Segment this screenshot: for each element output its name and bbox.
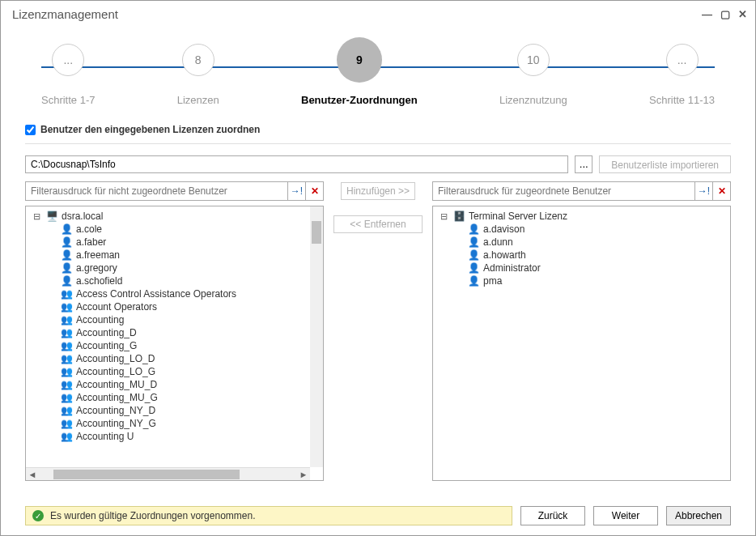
step-circle: 10 [517, 44, 550, 76]
tree-root[interactable]: ⊟🗄️Terminal Server Lizenz [435, 210, 728, 223]
wizard-step-1-7[interactable]: ... Schritte 1-7 [41, 44, 95, 106]
maximize-icon[interactable]: ▢ [720, 8, 730, 20]
user-icon: 👤 [60, 275, 73, 287]
filter-clear-icon[interactable]: ✕ [305, 182, 323, 200]
step-circle: ... [52, 44, 84, 76]
tree-item[interactable]: 👤a.davison [435, 223, 728, 236]
collapse-icon[interactable]: ⊟ [31, 211, 42, 222]
user-icon: 👤 [60, 249, 73, 261]
assign-users-checkbox-row: Benutzer den eingegebenen Lizenzen zuord… [25, 116, 731, 144]
back-button[interactable]: Zurück [520, 506, 585, 525]
step-circle: 9 [337, 37, 382, 83]
group-icon: 👥 [60, 353, 73, 364]
tree-item[interactable]: 👤a.gregory [28, 262, 321, 274]
group-icon: 👥 [60, 379, 73, 390]
wizard-step-license-usage[interactable]: 10 Lizenznutzung [499, 44, 567, 106]
tree-item-label: Accounting_NY_D [76, 405, 155, 416]
tree-item[interactable]: 👥Access Control Assistance Operators [28, 287, 321, 300]
filter-apply-icon[interactable]: →! [694, 182, 712, 200]
tree-item[interactable]: 👤a.faber [28, 236, 321, 249]
filter-assigned-input[interactable] [433, 184, 694, 198]
assign-users-checkbox[interactable] [25, 125, 36, 135]
group-icon: 👥 [60, 405, 73, 416]
tree-item[interactable]: 👤a.freeman [28, 249, 321, 262]
titlebar: Lizenzmanagement — ▢ ✕ [1, 1, 755, 28]
tree-item[interactable]: 👥Accounting U [28, 430, 321, 443]
step-label: Lizenzen [177, 94, 219, 106]
wizard-step-licenses[interactable]: 8 Lizenzen [177, 44, 219, 106]
assign-users-label: Benutzer den eingegebenen Lizenzen zuord… [40, 124, 260, 135]
tree-item-label: Accounting_LO_G [76, 366, 155, 377]
tree-root[interactable]: ⊟🖥️dsra.local [28, 210, 321, 223]
unassigned-panel: →! ✕ ⊟🖥️dsra.local👤a.cole👤a.faber👤a.free… [25, 181, 324, 481]
tree-item-label: pma [483, 275, 502, 287]
next-button[interactable]: Weiter [593, 506, 658, 525]
tree-item[interactable]: 👥Accounting_LO_D [28, 352, 321, 365]
user-icon: 👤 [60, 223, 73, 235]
tree-item[interactable]: 👥Account Operators [28, 300, 321, 313]
filter-apply-icon[interactable]: →! [287, 182, 305, 200]
tree-item[interactable]: 👤Administrator [435, 262, 728, 274]
add-button[interactable]: Hinzufügen >> [341, 182, 415, 200]
tree-item-label: Accounting [76, 314, 124, 325]
assigned-tree[interactable]: ⊟🗄️Terminal Server Lizenz👤a.davison👤a.du… [432, 206, 731, 481]
group-icon: 👥 [60, 301, 73, 313]
path-input[interactable] [25, 155, 568, 173]
tree-item-label: Accounting_MU_D [76, 379, 157, 390]
tree-item[interactable]: 👥Accounting_MU_D [28, 378, 321, 391]
collapse-icon[interactable]: ⊟ [438, 211, 449, 222]
tree-item-label: a.howarth [483, 249, 526, 261]
scrollbar-h[interactable]: ◄► [26, 467, 310, 480]
status-message: ✓ Es wurden gültige Zuordnungen vorgenom… [25, 506, 512, 525]
tree-item-label: a.schofield [76, 275, 122, 287]
close-icon[interactable]: ✕ [738, 8, 747, 20]
tree-item[interactable]: 👤a.howarth [435, 249, 728, 262]
tree-item[interactable]: 👤a.dunn [435, 236, 728, 249]
filter-clear-icon[interactable]: ✕ [712, 182, 730, 200]
wizard-step-user-assignments[interactable]: 9 Benutzer-Zuordnungen [301, 44, 418, 106]
tree-item-label: Administrator [483, 262, 541, 274]
unassigned-tree[interactable]: ⊟🖥️dsra.local👤a.cole👤a.faber👤a.freeman👤a… [25, 206, 324, 481]
tree-item-label: Accounting_LO_D [76, 353, 155, 364]
tree-item-label: a.davison [483, 223, 525, 235]
tree-item-label: a.cole [76, 223, 102, 235]
filter-unassigned-input[interactable] [26, 184, 287, 198]
tree-item[interactable]: 👥Accounting [28, 313, 321, 326]
assigned-panel: →! ✕ ⊟🗄️Terminal Server Lizenz👤a.davison… [432, 181, 731, 481]
user-icon: 👤 [467, 249, 480, 261]
cancel-button[interactable]: Abbrechen [666, 506, 731, 525]
tree-item-label: Accounting U [76, 431, 134, 442]
domain-icon: 🖥️ [45, 211, 58, 222]
tree-item-label: a.gregory [76, 262, 117, 274]
import-userlist-button[interactable]: Benutzerliste importieren [599, 155, 731, 173]
tree-item[interactable]: 👤a.cole [28, 223, 321, 236]
group-icon: 👥 [60, 340, 73, 351]
tree-item[interactable]: 👤a.schofield [28, 274, 321, 287]
tree-item-label: a.freeman [76, 249, 120, 261]
server-icon: 🗄️ [452, 211, 465, 222]
status-text: Es wurden gültige Zuordnungen vorgenomme… [50, 510, 256, 521]
wizard-step-11-13[interactable]: ... Schritte 11-13 [649, 44, 715, 106]
scrollbar-v[interactable] [310, 206, 323, 467]
success-icon: ✓ [32, 510, 44, 521]
minimize-icon[interactable]: — [702, 8, 712, 20]
tree-item[interactable]: 👥Accounting_NY_D [28, 404, 321, 417]
tree-item-label: Accounting_NY_G [76, 418, 156, 429]
remove-button[interactable]: << Entfernen [333, 215, 423, 233]
group-icon: 👥 [60, 314, 73, 325]
step-label: Schritte 11-13 [649, 94, 715, 106]
tree-item[interactable]: 👥Accounting_NY_G [28, 417, 321, 430]
tree-item[interactable]: 👥Accounting_D [28, 326, 321, 339]
tree-item-label: a.dunn [483, 236, 513, 248]
tree-root-label: Terminal Server Lizenz [469, 211, 567, 222]
window-controls: — ▢ ✕ [702, 8, 747, 20]
user-icon: 👤 [467, 262, 480, 274]
group-icon: 👥 [60, 418, 73, 429]
tree-item[interactable]: 👥Accounting_LO_G [28, 365, 321, 378]
tree-item[interactable]: 👤pma [435, 274, 728, 287]
tree-item[interactable]: 👥Accounting_G [28, 339, 321, 352]
tree-item[interactable]: 👥Accounting_MU_G [28, 391, 321, 404]
group-icon: 👥 [60, 366, 73, 377]
user-icon: 👤 [467, 236, 480, 248]
browse-button[interactable]: ... [575, 155, 592, 173]
